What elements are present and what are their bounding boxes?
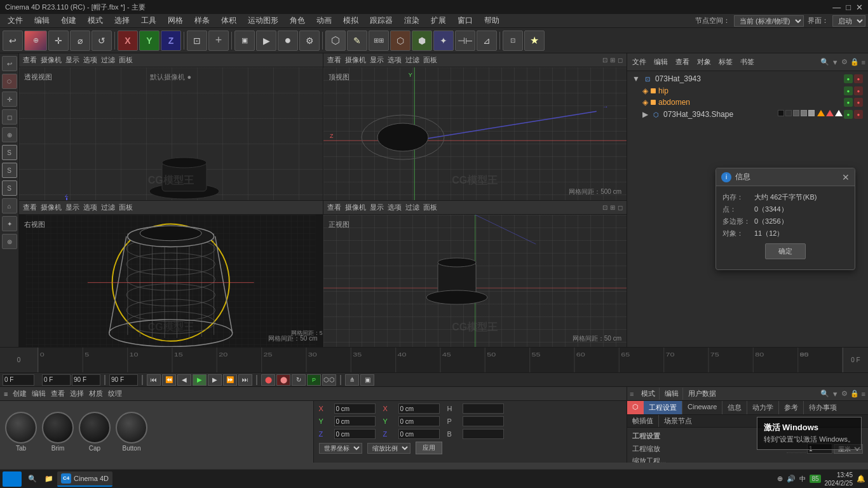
- om-view[interactable]: 查看: [673, 56, 692, 68]
- vp2-display[interactable]: 显示: [370, 55, 384, 65]
- left-tool-10[interactable]: ✦: [2, 216, 17, 231]
- vp1-camera[interactable]: 摄像机: [41, 55, 62, 65]
- menu-help[interactable]: 帮助: [479, 14, 505, 27]
- vp4-display[interactable]: 显示: [370, 203, 384, 212]
- scale-ratio-select[interactable]: 缩放比例: [367, 443, 410, 454]
- mat-brim[interactable]: Brim: [42, 412, 74, 452]
- notification-icon[interactable]: 🔔: [857, 475, 865, 483]
- next-frame-button[interactable]: ⏩: [223, 374, 237, 386]
- tab-todo[interactable]: 待办事项: [804, 401, 842, 414]
- play-button-tl[interactable]: ▶: [193, 374, 207, 386]
- om-lock-icon[interactable]: 🔒: [850, 58, 859, 66]
- play-button[interactable]: ▶: [256, 30, 276, 51]
- filmstrip-btn[interactable]: ▣: [360, 374, 374, 386]
- axis-y-button[interactable]: Y: [139, 30, 159, 51]
- attr-userdata-btn[interactable]: 用户数据: [684, 388, 720, 400]
- tree-item-abdomen[interactable]: ◈ abdomen ● ●: [627, 97, 868, 108]
- mat-cap[interactable]: Cap: [79, 412, 111, 452]
- vp3-filter[interactable]: 过滤: [101, 203, 115, 212]
- menu-mode[interactable]: 模式: [83, 14, 108, 27]
- abd-render[interactable]: ●: [854, 98, 863, 107]
- om-search-icon[interactable]: 🔍: [820, 58, 829, 66]
- vp2-icon3[interactable]: ◻: [618, 57, 623, 64]
- menu-tracker[interactable]: 跟踪器: [365, 14, 398, 27]
- world-coord-select[interactable]: 世界坐标: [319, 443, 362, 454]
- coord-x-pos[interactable]: [334, 403, 376, 414]
- obj-btn2[interactable]: ⬢: [412, 30, 432, 51]
- vp3-camera[interactable]: 摄像机: [41, 203, 62, 212]
- record-btn[interactable]: ⬤: [261, 374, 275, 386]
- om-object[interactable]: 对象: [695, 56, 714, 68]
- viewport-front[interactable]: 查看 摄像机 显示 选项 过滤 面板 ⊡ ⊞ ◻: [323, 201, 627, 348]
- tool2-button[interactable]: ⊕: [24, 30, 47, 51]
- record-auto-btn[interactable]: ⬤: [276, 374, 290, 386]
- vp1-options[interactable]: 选项: [83, 55, 97, 65]
- coord-h-val[interactable]: [463, 403, 504, 414]
- subtab-frame[interactable]: 帧插值: [627, 415, 659, 427]
- left-tool-5[interactable]: ⊕: [2, 127, 17, 142]
- attr-search-icon[interactable]: 🔍: [820, 390, 829, 398]
- vp1-display[interactable]: 显示: [65, 55, 79, 65]
- apply-button[interactable]: 应用: [416, 442, 442, 454]
- menu-character[interactable]: 角色: [285, 14, 310, 27]
- vp1-filter[interactable]: 过滤: [101, 55, 115, 65]
- shape-render[interactable]: ●: [854, 110, 863, 119]
- shape-tri2[interactable]: [826, 110, 834, 116]
- subtab-scene-nodes[interactable]: 场景节点: [659, 415, 697, 427]
- mat-menu-icon[interactable]: ≡: [4, 390, 8, 398]
- om-settings-icon[interactable]: ⚙: [841, 58, 848, 66]
- move-button[interactable]: ✛: [48, 30, 69, 51]
- mat-texture[interactable]: 纹理: [108, 389, 122, 398]
- keyframe-btn[interactable]: ⬡⬡: [322, 374, 336, 386]
- left-tool-1[interactable]: ↩: [2, 56, 17, 71]
- om-file[interactable]: 文件: [630, 56, 649, 68]
- render-btn[interactable]: ★: [524, 30, 545, 51]
- menu-file[interactable]: 文件: [3, 14, 28, 27]
- vp3-panel[interactable]: 面板: [119, 203, 133, 212]
- cube-button[interactable]: ⬡: [325, 30, 346, 51]
- viewport-top[interactable]: 查看 摄像机 显示 选项 过滤 面板 ⊡ ⊞ ◻: [323, 53, 627, 200]
- vp2-filter[interactable]: 过滤: [405, 55, 419, 65]
- mat-edit[interactable]: 编辑: [32, 389, 46, 398]
- maximize-button[interactable]: □: [846, 3, 851, 12]
- pen-button[interactable]: ✎: [347, 30, 367, 51]
- vp3-display[interactable]: 显示: [65, 203, 79, 212]
- loop-btn[interactable]: ↻: [292, 374, 306, 386]
- vp4-options[interactable]: 选项: [388, 203, 402, 212]
- shape-tri3[interactable]: [835, 110, 843, 116]
- vp2-icon1[interactable]: ⊡: [602, 57, 607, 64]
- undo-button[interactable]: ↩: [3, 30, 23, 51]
- menu-mograph[interactable]: 运动图形: [243, 14, 283, 27]
- dialog-close-button[interactable]: ✕: [842, 172, 850, 182]
- go-end-button[interactable]: ⏭: [238, 374, 252, 386]
- tool8-button[interactable]: ⊡: [187, 30, 207, 51]
- menu-extend[interactable]: 扩展: [426, 14, 451, 27]
- vp1-panel[interactable]: 面板: [119, 55, 133, 65]
- obj-btn3[interactable]: ✦: [433, 30, 454, 51]
- left-tool-9[interactable]: ⌂: [2, 198, 17, 214]
- coord-y2-pos[interactable]: [398, 416, 440, 426]
- menu-edit[interactable]: 编辑: [29, 14, 55, 27]
- menu-render[interactable]: 渲染: [399, 14, 424, 27]
- current-frame-input[interactable]: [3, 374, 34, 386]
- rotate-button[interactable]: ↺: [92, 30, 112, 51]
- axis-x-button[interactable]: X: [118, 30, 138, 51]
- hat-vis-icon[interactable]: ●: [844, 74, 853, 83]
- taskbar-datetime[interactable]: 13:45 2024/2/25: [825, 471, 853, 487]
- start-frame-input[interactable]: [42, 374, 71, 386]
- vp4-panel[interactable]: 面板: [423, 203, 437, 212]
- attr-menu-icon[interactable]: ≡: [630, 390, 634, 398]
- network-icon[interactable]: ⊕: [777, 475, 783, 483]
- tab-info[interactable]: 信息: [722, 401, 747, 414]
- coord-y-pos[interactable]: [334, 416, 376, 426]
- menu-tools[interactable]: 工具: [136, 14, 161, 27]
- vp2-camera[interactable]: 摄像机: [345, 55, 366, 65]
- left-tool-3[interactable]: ✛: [2, 92, 17, 107]
- tab-project-settings[interactable]: 工程设置: [644, 401, 682, 414]
- timeline-ruler[interactable]: 0 5 10 15 20 25 30 35 40 45 50 55 60: [38, 348, 843, 372]
- om-tag[interactable]: 标签: [716, 56, 735, 68]
- menu-volume[interactable]: 体积: [216, 14, 241, 27]
- settings-button[interactable]: ⚙: [299, 30, 320, 51]
- obj-btn4[interactable]: ⊣⊢: [455, 30, 475, 51]
- node-space-select[interactable]: 当前 (标准/物理): [734, 15, 804, 27]
